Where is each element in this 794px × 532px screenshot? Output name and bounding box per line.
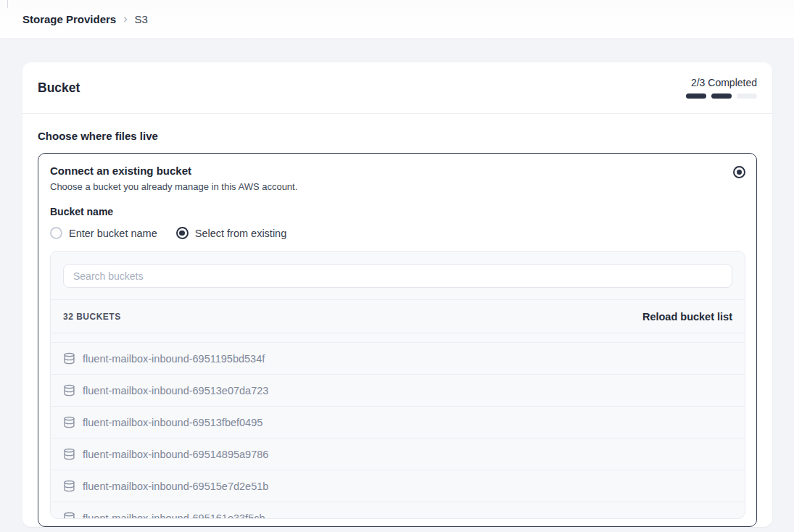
bucket-list-header: 32 BUCKETS Reload bucket list [51,300,745,333]
radio-enter-bucket-name[interactable]: Enter bucket name [50,227,157,239]
bucket-name-radio-group: Enter bucket name Select from existing [50,227,745,239]
list-item-bucket[interactable]: fluent-mailbox-inbound-69513fbef0495 [51,407,745,439]
chevron-right-icon: › [123,13,127,25]
database-icon [63,416,75,428]
bucket-name: fluent-mailbox-inbound-69514895a9786 [83,449,268,460]
database-icon [63,480,75,492]
option-connect-existing-bucket[interactable]: Connect an existing bucket Choose a buck… [38,153,757,527]
main-content: Bucket 2/3 Completed Choose where files … [0,39,794,527]
list-item-bucket[interactable]: fluent-mailbox-inbound-6951195bd534f [51,343,745,375]
section-label: Choose where files live [38,130,757,142]
progress-pills [686,93,757,99]
progress-pill [737,93,757,99]
bucket-list-panel: 32 BUCKETS Reload bucket list fluent-mai… [50,251,745,519]
bucket-name: fluent-mailbox-inbound-695161e33f5cb [83,512,265,520]
radio-dot-icon [737,170,743,175]
progress-pill [686,93,706,99]
list-spacer [51,333,745,343]
top-bar: Storage Providers › S3 [0,0,794,39]
list-item-bucket[interactable]: fluent-mailbox-inbound-69514895a9786 [51,439,745,470]
list-item-bucket[interactable]: fluent-mailbox-inbound-69513e07da723 [51,375,745,407]
breadcrumb-s3: S3 [135,13,148,25]
radio-select-from-existing[interactable]: Select from existing [176,227,287,239]
list-item-bucket[interactable]: fluent-mailbox-inbound-69515e7d2e51b [51,470,745,502]
bucket-name: fluent-mailbox-inbound-69513fbef0495 [83,417,262,428]
database-icon [63,384,75,396]
database-icon [63,512,75,519]
breadcrumb: Storage Providers › S3 [22,13,148,25]
radio-icon[interactable] [50,227,62,239]
bucket-name: fluent-mailbox-inbound-69513e07da723 [83,385,268,396]
progress-label: 2/3 Completed [691,77,757,88]
page-title: Bucket [38,80,80,96]
reload-bucket-list-button[interactable]: Reload bucket list [642,311,732,323]
list-item-bucket[interactable]: fluent-mailbox-inbound-695161e33f5cb [51,502,745,519]
card-header: Bucket 2/3 Completed [22,62,772,113]
bucket-count-label: 32 BUCKETS [63,312,121,322]
progress-indicator: 2/3 Completed [686,77,757,99]
database-icon [63,352,75,365]
database-icon [63,448,75,460]
radio-dot-icon [179,230,185,236]
bucket-list: fluent-mailbox-inbound-6951195bd534f flu… [51,343,745,519]
search-input[interactable] [63,264,732,288]
bucket-name-label: Bucket name [50,206,745,217]
bucket-name: fluent-mailbox-inbound-6951195bd534f [83,353,265,365]
breadcrumb-storage-providers[interactable]: Storage Providers [22,13,116,25]
card-body: Choose where files live Connect an exist… [22,114,772,527]
sidebar-edge-divider [7,0,8,8]
option-description: Choose a bucket you already manage in th… [50,181,745,192]
radio-dot-icon [54,230,59,236]
search-wrap [51,252,745,299]
radio-icon[interactable] [176,227,189,239]
radio-label: Select from existing [195,228,287,239]
bucket-card: Bucket 2/3 Completed Choose where files … [22,62,772,527]
option-radio[interactable] [733,166,745,178]
progress-pill [711,93,732,99]
bucket-name: fluent-mailbox-inbound-69515e7d2e51b [83,481,268,492]
option-title: Connect an existing bucket [50,165,745,177]
radio-label: Enter bucket name [69,228,157,239]
